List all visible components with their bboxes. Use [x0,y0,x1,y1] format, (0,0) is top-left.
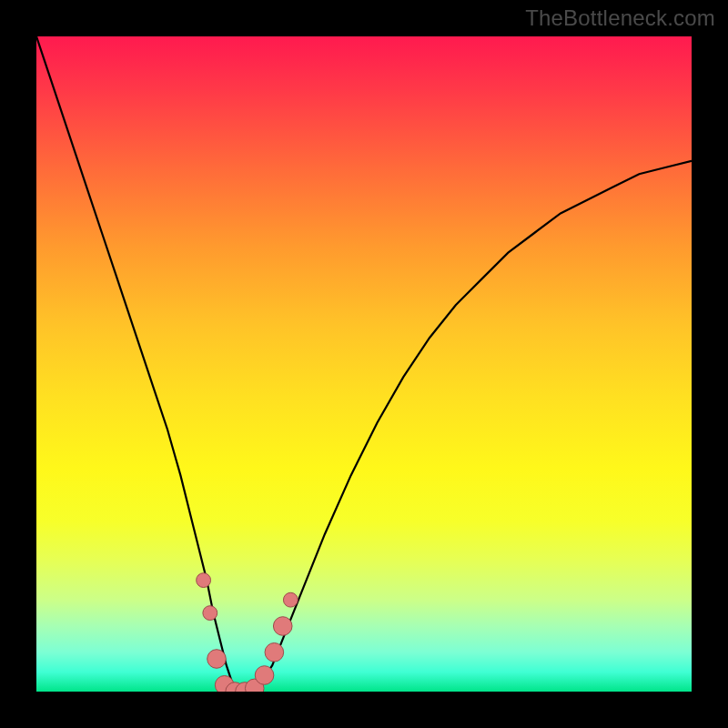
bottleneck-curve [36,36,692,692]
chart-frame: TheBottleneck.com [0,0,728,728]
watermark-text: TheBottleneck.com [525,5,715,31]
curve-marker [203,606,217,621]
curve-markers [197,573,298,692]
curve-marker [207,650,227,669]
plot-area [36,36,692,692]
curve-marker [265,643,284,662]
curve-marker [283,592,298,607]
curve-layer [36,36,692,692]
curve-marker [197,573,211,588]
curve-marker [273,617,292,636]
curve-marker [255,666,274,685]
